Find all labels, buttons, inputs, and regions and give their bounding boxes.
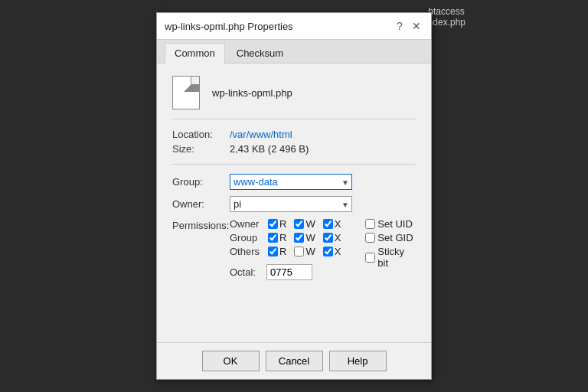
setuid-label: Set UID [377, 218, 413, 230]
size-label: Size: [172, 143, 230, 155]
group-x-group: X [323, 232, 341, 243]
group-x-label: X [335, 232, 341, 243]
size-row: Size: 2,43 KB (2 496 B) [172, 143, 416, 155]
perm-owner-label: Owner [230, 218, 266, 230]
owner-r-group: R [268, 218, 286, 230]
perm-row-owner: Owner R W X [230, 218, 347, 230]
owner-w-group: W [294, 218, 315, 230]
file-icon [172, 76, 200, 109]
properties-dialog: wp-links-opml.php Properties ? ✕ Common … [156, 12, 432, 380]
tab-common[interactable]: Common [165, 43, 225, 64]
filename-label: wp-links-opml.php [212, 87, 292, 99]
permissions-label: Permissions: [172, 218, 230, 231]
close-button[interactable]: ✕ [410, 19, 423, 33]
owner-row: Owner: pi ▼ [172, 196, 416, 212]
perm-rows: Owner R W X [230, 218, 347, 280]
perm-row-group: Group R W X [230, 232, 347, 243]
perm-others-label: Others [230, 246, 266, 257]
setgid-checkbox[interactable] [365, 233, 375, 243]
group-r-checkbox[interactable] [268, 233, 278, 243]
perm-row-others: Others R W X [230, 246, 347, 257]
tab-bar: Common Checksum [157, 40, 431, 64]
owner-r-checkbox[interactable] [268, 219, 278, 229]
others-r-checkbox[interactable] [268, 247, 278, 256]
others-r-label: R [279, 246, 286, 257]
special-checks: Set UID Set GID Sticky bit [365, 218, 416, 280]
others-w-checkbox[interactable] [294, 247, 304, 256]
cancel-button[interactable]: Cancel [266, 351, 323, 371]
title-bar-buttons: ? ✕ [393, 19, 423, 33]
group-label: Group: [172, 176, 230, 188]
location-value: /var/www/html [230, 129, 292, 140]
others-r-group: R [268, 246, 286, 257]
owner-label: Owner: [172, 198, 230, 210]
group-w-group: W [294, 232, 315, 243]
others-x-label: X [335, 246, 341, 257]
owner-x-label: X [335, 218, 341, 230]
group-w-checkbox[interactable] [294, 233, 304, 243]
group-r-group: R [268, 232, 286, 243]
owner-w-checkbox[interactable] [294, 219, 304, 229]
tab-checksum[interactable]: Checksum [227, 43, 293, 63]
sticky-label: Sticky bit [377, 246, 416, 269]
octal-input[interactable] [266, 264, 312, 280]
others-x-group: X [323, 246, 341, 257]
others-x-checkbox[interactable] [323, 247, 333, 256]
owner-select[interactable]: pi [230, 196, 352, 212]
dialog-title: wp-links-opml.php Properties [165, 21, 293, 32]
others-w-label: W [305, 246, 315, 257]
group-x-checkbox[interactable] [323, 233, 333, 243]
sticky-checkbox[interactable] [365, 253, 375, 263]
group-select[interactable]: www-data [230, 174, 352, 190]
octal-label: Octal: [230, 266, 266, 278]
owner-r-label: R [279, 218, 286, 230]
group-owner-section: Group: www-data ▼ Owner: pi ▼ [172, 174, 416, 212]
file-header: wp-links-opml.php [172, 76, 416, 119]
group-row: Group: www-data ▼ [172, 174, 416, 190]
divider-1 [172, 164, 416, 165]
help-dialog-button[interactable]: Help [329, 351, 387, 371]
setuid-check: Set UID [365, 218, 416, 230]
info-section: Location: /var/www/html Size: 2,43 KB (2… [172, 129, 416, 155]
sticky-check: Sticky bit [365, 246, 416, 269]
size-value: 2,43 KB (2 496 B) [230, 143, 309, 155]
owner-select-wrapper: pi ▼ [230, 196, 352, 212]
group-select-wrapper: www-data ▼ [230, 174, 352, 190]
permissions-section: Permissions: Owner R W [172, 218, 416, 280]
owner-x-group: X [323, 218, 341, 230]
owner-w-label: W [305, 218, 315, 230]
help-button[interactable]: ? [393, 19, 407, 33]
ok-button[interactable]: OK [202, 351, 260, 371]
setgid-label: Set GID [377, 232, 413, 243]
group-w-label: W [305, 232, 315, 243]
location-label: Location: [172, 129, 230, 140]
title-bar: wp-links-opml.php Properties ? ✕ [157, 13, 431, 40]
setuid-checkbox[interactable] [365, 219, 375, 229]
button-bar: OK Cancel Help [157, 342, 431, 379]
permissions-content: Owner R W X [230, 218, 416, 280]
group-r-label: R [279, 232, 286, 243]
setgid-check: Set GID [365, 232, 416, 243]
owner-x-checkbox[interactable] [323, 219, 333, 229]
others-w-group: W [294, 246, 315, 257]
location-row: Location: /var/www/html [172, 129, 416, 140]
perm-group-label: Group [230, 232, 266, 243]
dialog-content: wp-links-opml.php Location: /var/www/htm… [157, 64, 431, 342]
octal-row: Octal: [230, 264, 347, 280]
